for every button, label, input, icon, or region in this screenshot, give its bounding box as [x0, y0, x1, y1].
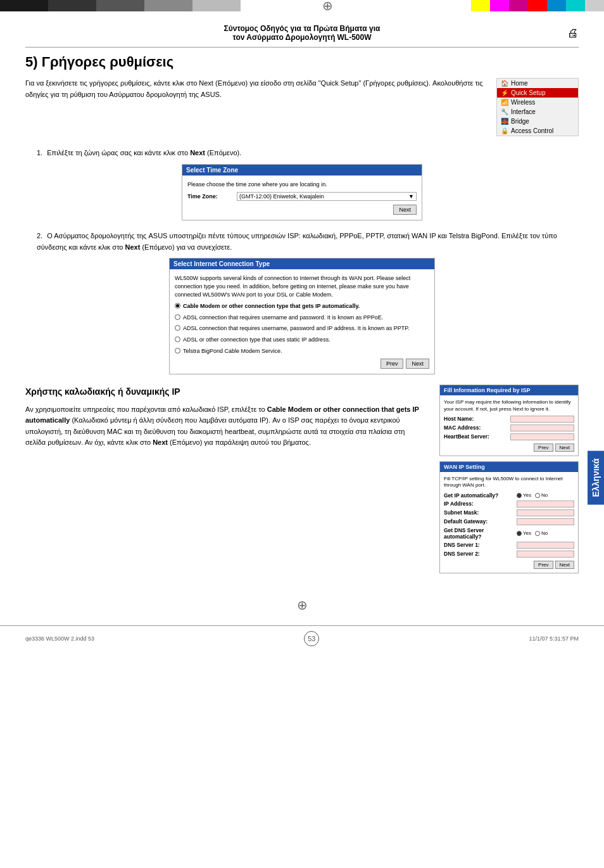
isp-field-hostname: Host Name:: [444, 416, 574, 423]
footer-right-text: 11/1/07 5:31:57 PM: [529, 635, 579, 642]
left-column: Χρήστης καλωδιακής ή δυναμικής IP Αν χρη…: [25, 385, 427, 578]
menu-label-bridge: Bridge: [511, 118, 529, 125]
section-title: 5) Γρήγορες ρυθμίσεις: [25, 54, 579, 70]
wan-dns2-input[interactable]: [517, 551, 574, 558]
setup-icon: ⚡: [501, 89, 508, 96]
wan-field-gateway: Default Gateway:: [444, 518, 574, 525]
left-text-3: (Επόμενο) για παράλειψη αυτού του βήματο…: [170, 438, 311, 446]
wan-dns-no[interactable]: No: [535, 530, 548, 536]
wan-field-getip: Get IP automatically? Yes No: [444, 492, 574, 499]
radio-label-0: Cable Modem or other connection type tha…: [183, 302, 360, 310]
menu-item-bridge[interactable]: 🌉 Bridge: [497, 117, 578, 126]
step1-text: Επιλέξτε τη ζώνη ώρας σας και κάντε κλικ…: [47, 149, 188, 156]
isp-field-mac: MAC Address:: [444, 424, 574, 431]
step-1: 1. Επιλέξτε τη ζώνη ώρας σας και κάντε κ…: [25, 148, 579, 220]
wan-box: WAN IP Setting Fill TCP/IP setting for W…: [439, 461, 579, 573]
step2-text2: (Επόμενο) για να συνεχίσετε.: [142, 243, 232, 251]
menu-label-quicksetup: Quick Setup: [511, 89, 545, 96]
crosshair-bottom: ⊕: [297, 597, 308, 613]
radio-label-3: ADSL or other connection type that uses …: [183, 336, 330, 344]
menu-item-accesscontrol[interactable]: 🔒 Access Control: [497, 126, 578, 136]
step1-text2: (Επόμενο).: [207, 149, 241, 156]
footer: qe3336 WL500W 2.indd 53 53 11/1/07 5:31:…: [0, 625, 604, 651]
radio-label-2: ADSL connection that requires username, …: [183, 324, 410, 333]
radio-dot-1: [175, 314, 180, 320]
isp-next-button[interactable]: Next: [555, 444, 574, 452]
wan-ip-input[interactable]: [517, 501, 574, 507]
wan-subnet-label: Subnet Mask:: [444, 509, 517, 516]
radio-dot-3: [175, 336, 180, 342]
step1-boldtext: Next: [190, 149, 205, 156]
page-number: 53: [304, 631, 319, 646]
isp-box: Fill Information Required by ISP Your IS…: [439, 385, 579, 456]
isp-heartbeat-input[interactable]: [510, 433, 574, 440]
menu-item-home[interactable]: 🏠 Home: [497, 79, 578, 88]
wan-getip-yes-label: Yes: [523, 492, 531, 498]
menu-label-interface: Interface: [511, 108, 536, 115]
wan-dns-no-label: No: [541, 530, 548, 536]
wan-gateway-label: Default Gateway:: [444, 518, 517, 525]
radio-dot-2: [175, 325, 180, 331]
timezone-value: (GMT-12:00) Eniwetok, Kwajalein: [239, 193, 324, 200]
timezone-box-header: Select Time Zone: [182, 165, 422, 176]
menu-screenshot: 🏠 Home ⚡ Quick Setup 📶 Wireless 🔧 Interf…: [496, 78, 579, 136]
connection-next-button[interactable]: Next: [406, 359, 429, 369]
radio-option-2[interactable]: ADSL connection that requires username, …: [175, 324, 429, 333]
wan-prev-button[interactable]: Prev: [534, 561, 553, 569]
wan-field-ip: IP Address:: [444, 501, 574, 507]
wan-dns1-input[interactable]: [517, 542, 574, 549]
language-tab: Ελληνικά: [588, 450, 604, 504]
left-text-bold-2: Next: [153, 438, 168, 446]
isp-heartbeat-label: HeartBeat Server:: [444, 433, 510, 440]
select-timezone-box: Select Time Zone Please choose the time …: [182, 164, 422, 221]
header-title-line1: Σύντομος Οδηγός για τα Πρώτα Βήματα για: [51, 24, 553, 33]
isp-box-header: Fill Information Required by ISP: [440, 385, 578, 395]
isp-hostname-input[interactable]: [510, 416, 574, 423]
wan-field-dns1: DNS Server 1:: [444, 542, 574, 549]
connection-type-box: Select Internet Connection Type WL500W s…: [169, 258, 435, 374]
wan-gateway-input[interactable]: [517, 518, 574, 525]
wan-field-subnet: Subnet Mask:: [444, 509, 574, 516]
wan-field-dns2: DNS Server 2:: [444, 551, 574, 558]
printer-icon: 🖨: [553, 27, 579, 40]
isp-mac-label: MAC Address:: [444, 424, 510, 431]
bridge-icon: 🌉: [501, 118, 508, 125]
timezone-next-button[interactable]: Next: [393, 205, 417, 215]
menu-label-accesscontrol: Access Control: [511, 127, 553, 134]
radio-option-3[interactable]: ADSL or other connection type that uses …: [175, 336, 429, 344]
menu-label-home: Home: [511, 80, 528, 87]
radio-dns-yes-dot: [517, 531, 522, 536]
timezone-select[interactable]: (GMT-12:00) Eniwetok, Kwajalein ▼: [237, 192, 417, 201]
dropdown-arrow-icon: ▼: [408, 193, 414, 200]
radio-option-4[interactable]: Telstra BigPond Cable Modem Service.: [175, 347, 429, 355]
timezone-field-label: Time Zone:: [187, 193, 232, 200]
wan-getip-no[interactable]: No: [535, 492, 548, 498]
wan-box-desc: Fill TCP/IP setting for WL500W to connec…: [444, 476, 574, 489]
wan-next-button[interactable]: Next: [555, 561, 574, 569]
isp-field-heartbeat: HeartBeat Server:: [444, 433, 574, 440]
connection-prev-button[interactable]: Prev: [381, 359, 404, 369]
wan-subnet-input[interactable]: [517, 509, 574, 516]
right-column: Fill Information Required by ISP Your IS…: [439, 385, 579, 578]
menu-item-wireless[interactable]: 📶 Wireless: [497, 98, 578, 107]
left-text-1: Αν χρησιμοποιείτε υπηρεσίες που παρέχοντ…: [25, 405, 267, 413]
wan-dns-yes[interactable]: Yes: [517, 530, 531, 536]
header-title-line2: τον Ασύρματο Δρομολογητή WL-500W: [51, 33, 553, 42]
wan-dns1-label: DNS Server 1:: [444, 542, 517, 548]
menu-label-wireless: Wireless: [511, 99, 535, 106]
radio-dot-4: [175, 348, 180, 354]
wan-box-header: WAN IP Setting: [440, 462, 578, 472]
left-para-1: Αν χρησιμοποιείτε υπηρεσίες που παρέχοντ…: [25, 404, 427, 449]
wan-getip-yes[interactable]: Yes: [517, 492, 531, 498]
timezone-box-desc: Please choose the time zone where you ar…: [187, 181, 417, 189]
menu-item-quicksetup[interactable]: ⚡ Quick Setup: [497, 88, 578, 98]
wan-dns-yes-label: Yes: [523, 530, 531, 536]
radio-option-1[interactable]: ADSL connection that requires username a…: [175, 314, 429, 322]
wan-getip-no-label: No: [541, 492, 548, 498]
isp-prev-button[interactable]: Prev: [534, 444, 553, 452]
step2-text: Ο Ασύρματος δρομολογητής της ASUS υποστη…: [37, 232, 557, 251]
isp-mac-input[interactable]: [510, 424, 574, 431]
radio-option-0[interactable]: Cable Modem or other connection type tha…: [175, 302, 429, 310]
radio-yes-dot: [517, 493, 522, 498]
menu-item-interface[interactable]: 🔧 Interface: [497, 107, 578, 117]
